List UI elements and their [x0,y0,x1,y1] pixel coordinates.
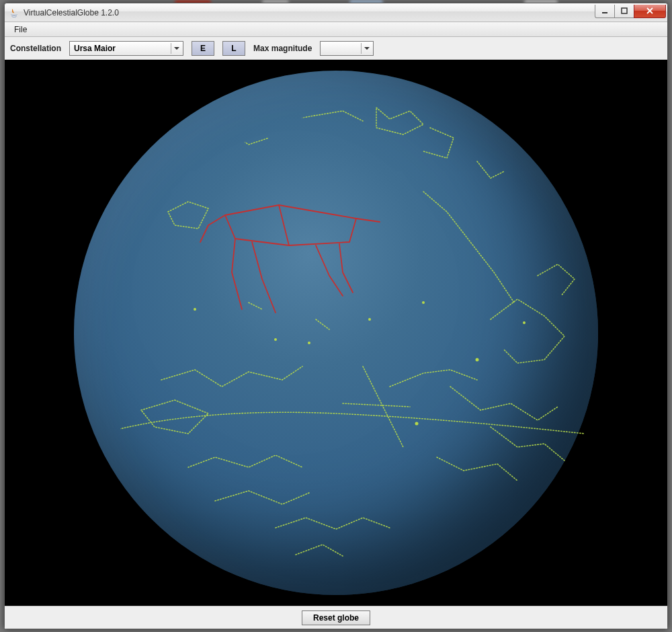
constellation-value: Ursa Maior [74,44,171,53]
menu-file[interactable]: File [9,24,32,36]
minimize-button[interactable] [595,5,615,18]
application-window: VirtualCelestialGlobe 1.2.0 File Constel… [4,3,668,629]
svg-rect-0 [602,12,607,13]
close-button[interactable] [634,5,666,18]
svg-point-3 [274,338,277,341]
svg-point-9 [422,301,425,304]
java-app-icon [9,7,19,18]
window-controls [595,5,666,18]
svg-point-8 [194,308,196,311]
max-magnitude-select[interactable] [320,41,374,56]
svg-point-5 [415,422,419,426]
celestial-globe[interactable] [74,71,598,595]
globe-viewport[interactable] [5,60,667,606]
svg-point-7 [523,321,526,324]
title-bar[interactable]: VirtualCelestialGlobe 1.2.0 [5,3,667,22]
toolbar: Constellation Ursa Maior E L Max magnitu… [5,37,667,60]
menu-bar: File [5,22,667,37]
svg-point-6 [476,358,479,362]
constellation-lines [114,108,585,556]
chevron-down-icon [361,43,372,54]
chevron-down-icon [171,43,181,54]
button-l[interactable]: L [222,41,245,56]
window-title: VirtualCelestialGlobe 1.2.0 [24,8,595,17]
bottom-bar: Reset globe [5,606,667,629]
constellation-select[interactable]: Ursa Maior [69,41,183,56]
highlighted-constellation [200,205,380,313]
button-e[interactable]: E [192,41,214,56]
reset-globe-button[interactable]: Reset globe [302,610,370,625]
svg-point-2 [368,318,371,321]
maximize-button[interactable] [614,5,634,18]
constellation-label: Constellation [10,44,61,53]
max-magnitude-label: Max magnitude [253,44,312,53]
svg-rect-1 [622,8,627,13]
svg-point-4 [308,342,310,344]
